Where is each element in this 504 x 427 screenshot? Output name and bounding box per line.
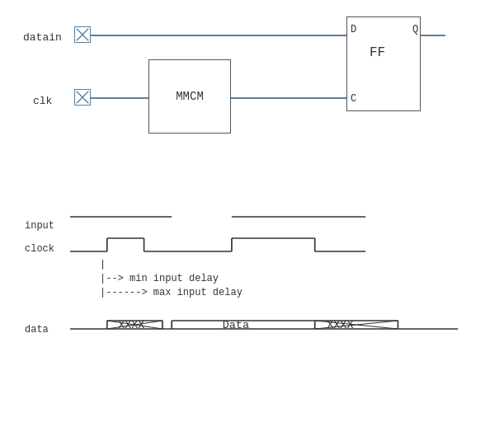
ff-center-label: FF — [370, 45, 385, 60]
schematic-area: datain clk MMCM D Q FF C — [0, 8, 504, 198]
mmcm-block: MMCM — [148, 59, 231, 134]
timing-diagram: input clock — [25, 210, 495, 337]
clock-row: clock — [25, 233, 495, 256]
ff-d-port-label: D — [351, 24, 356, 35]
clk-label: clk — [33, 95, 52, 107]
clock-waveform — [70, 233, 495, 256]
wire-clk-to-mmcm — [91, 97, 148, 99]
data-waveform: Data XXXX XXXX — [70, 314, 495, 337]
data-label: data — [25, 325, 70, 337]
min-delay-arrow: |--> min input delay — [100, 272, 495, 286]
ff-q-port-label: Q — [412, 24, 418, 35]
data-row: data — [25, 314, 495, 337]
wire-datain — [91, 35, 346, 36]
svg-text:XXXX: XXXX — [118, 320, 145, 331]
input-row: input — [25, 210, 495, 233]
datain-label: datain — [23, 31, 62, 44]
datain-port-symbol — [74, 26, 91, 43]
arrow-area: | |--> min input delay |------> max inpu… — [70, 258, 495, 299]
mmcm-label: MMCM — [176, 90, 204, 103]
svg-text:XXXX: XXXX — [327, 320, 354, 331]
input-waveform — [70, 210, 495, 233]
main-container: datain clk MMCM D Q FF C — [0, 0, 504, 427]
vertical-stem: | — [100, 258, 495, 272]
clock-label: clock — [25, 244, 70, 256]
svg-text:Data: Data — [223, 320, 250, 331]
ff-block — [346, 16, 421, 111]
input-label: input — [25, 221, 70, 233]
max-delay-arrow: |------> max input delay — [100, 286, 495, 300]
ff-c-port-label: C — [351, 93, 356, 105]
clk-port-symbol — [74, 89, 91, 106]
